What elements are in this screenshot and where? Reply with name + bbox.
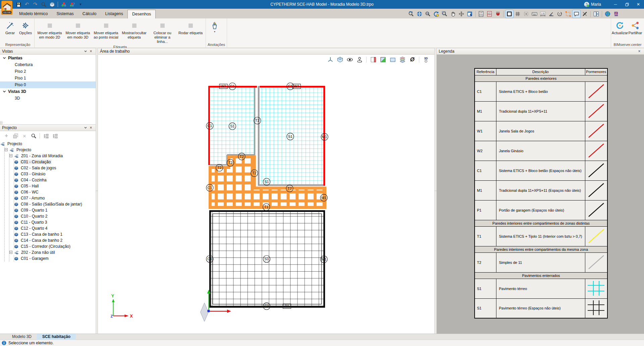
panel-splitter-vertical[interactable]: ⁞ — [96, 48, 98, 334]
tree-item-c05-hall[interactable]: C05 - Hall — [14, 183, 96, 189]
mostrar-ocultar-etiqueta-button[interactable]: Mostrar/ocultar etiqueta — [120, 19, 148, 44]
angle-button[interactable] — [547, 10, 555, 18]
undo-button[interactable]: ↶ — [23, 1, 31, 8]
snap-magnet-button[interactable] — [494, 10, 502, 18]
vistas-collapse-chevron-icon[interactable] — [83, 49, 88, 54]
tree-item-c11-quarto-3[interactable]: C11 - Quarto 3 — [14, 219, 96, 225]
vistas-close-icon[interactable]: × — [88, 49, 94, 54]
bimserver-web-button[interactable] — [604, 10, 611, 18]
view-3d-settings-button[interactable]: 3D — [422, 56, 430, 63]
arc-rotate-button[interactable] — [556, 10, 564, 18]
zoom-window-button[interactable] — [441, 10, 448, 18]
search-button[interactable] — [40, 1, 47, 8]
vistas-group-plantas[interactable]: Plantas — [0, 55, 96, 61]
tree-item-c07-arrumo[interactable]: C07 - Arrumo — [14, 195, 96, 201]
help-book-button[interactable]: @ — [612, 10, 620, 18]
app-logo-icon[interactable]: SCE-HAB — [1, 1, 12, 15]
zoom-previous-button[interactable] — [407, 10, 415, 18]
dxf-dwg-layers-button[interactable]: DXFDWG — [486, 10, 493, 18]
mover-etiqueta-em-modo-2d-button[interactable]: Mover etiqueta em modo 2D — [36, 19, 64, 44]
previous-window-button[interactable] — [466, 10, 474, 18]
legend-close-icon[interactable]: × — [637, 49, 642, 54]
tab-sistemas[interactable]: Sistemas — [52, 10, 78, 18]
background-toggle-button[interactable] — [505, 10, 513, 18]
dimensions-button[interactable]: 1.00 — [539, 10, 547, 18]
mover-etiqueta-ao-ponto-inicial-button[interactable]: Mover etiqueta ao ponto inicial — [92, 19, 120, 44]
doc-tab-sce-habita-o[interactable]: SCE habitação — [37, 334, 76, 340]
search-button[interactable] — [31, 133, 37, 139]
tree-item-z02-zona-n-o-til[interactable]: Z02 - Zona não útil — [9, 249, 96, 255]
pan-button[interactable] — [449, 10, 457, 18]
save-button[interactable] — [15, 1, 22, 8]
collapse-all-button[interactable] — [52, 133, 58, 139]
vistas-item-cobertura[interactable]: Cobertura — [0, 61, 96, 68]
close-button[interactable]: ✕ — [633, 0, 644, 9]
layers-button[interactable] — [399, 56, 406, 63]
vistas-group-vistas-3d[interactable]: Vistas 3D — [0, 88, 96, 95]
vistas-item-piso-1[interactable]: Piso 1 — [0, 75, 96, 81]
tree-item-c06-wc[interactable]: C06 - WC — [14, 189, 96, 195]
section-green-button[interactable] — [379, 56, 387, 63]
tab-c-lculo[interactable]: Cálculo — [78, 10, 101, 18]
tree-item-projecto[interactable]: Projecto — [5, 147, 96, 153]
window-layout-button[interactable] — [592, 10, 600, 18]
snap-points-button[interactable] — [522, 10, 530, 18]
colocar-ou-eliminar-a-linha--button[interactable]: Colocar ou eliminar a linha... — [148, 19, 176, 44]
vistas-item-piso-2[interactable]: Piso 2 — [0, 68, 96, 75]
redraw-button[interactable] — [432, 10, 440, 18]
iso-view-button[interactable] — [336, 56, 344, 63]
view-3d-button[interactable] — [48, 1, 56, 8]
selection-button[interactable] — [564, 10, 572, 18]
section-fill-button[interactable] — [370, 56, 377, 63]
plan-label-t2[interactable]: T2 — [254, 117, 261, 124]
edit-tools-button[interactable] — [581, 10, 589, 18]
actualizar-button[interactable]: Actualizar — [612, 19, 628, 42]
collapse-box-icon[interactable] — [5, 148, 8, 152]
zoom-x2-button[interactable]: ×2 — [424, 10, 432, 18]
rodar-etiqueta-button[interactable]: Rodar etiqueta — [176, 19, 205, 44]
tree-item-c12-quarto-4[interactable]: C12 - Quarto 4 — [14, 225, 96, 231]
turntable-button[interactable] — [356, 56, 363, 63]
vistas-item-piso-0[interactable]: Piso 0 — [0, 81, 96, 88]
user-account[interactable]: Maria — [584, 2, 601, 7]
grid-button[interactable] — [514, 10, 522, 18]
panel-splitter-horizontal[interactable]: ···· — [0, 121, 2, 124]
tree-item-c01-circula-o[interactable]: C01 - Circulação — [14, 159, 96, 165]
tree-item-c13-casa-de-banho-1[interactable]: C13 - Casa de banho 1 — [14, 231, 96, 237]
vistas-item-3d[interactable]: 3D — [0, 95, 96, 102]
tree-item-c09-quarto-1[interactable]: C09 - Quarto 1 — [14, 207, 96, 213]
partilhar-button[interactable]: Partilhar — [628, 19, 643, 42]
more-options-button[interactable]: ▼ — [77, 1, 84, 8]
delete-button[interactable]: × — [21, 133, 28, 139]
move-view-button[interactable] — [458, 10, 465, 18]
collapse-box-icon[interactable] — [9, 250, 12, 255]
tree-item-c15-corredor-circula-o-[interactable]: C15 - Corredor (Circulação) — [14, 243, 96, 249]
gerar-button[interactable]: Gerar — [2, 19, 18, 42]
dxf-dwg-template-button[interactable]: DXFDWG — [477, 10, 485, 18]
duplicate-button[interactable] — [12, 133, 18, 139]
tree-item-c14-casa-de-banho-2[interactable]: C14 - Casa de banho 2 — [14, 237, 96, 243]
restore-button[interactable] — [621, 0, 633, 9]
tree-item-c03-gin-sio[interactable]: C03 - Ginásio — [14, 171, 96, 177]
comments-button[interactable] — [573, 10, 580, 18]
tree-item-c08-sal-o-sal-o-sala-de-jantar-[interactable]: C08 - Salão (Salão/Sala de jantar) — [14, 201, 96, 207]
annotations-cup-button[interactable]: ▾ — [207, 19, 222, 42]
tab-desenhos[interactable]: Desenhos — [127, 10, 156, 18]
tree-item-c10-quarto-2[interactable]: C10 - Quarto 2 — [14, 213, 96, 219]
mover-etiqueta-em-modo-3d-button[interactable]: Mover etiqueta em modo 3D — [64, 19, 92, 44]
op-es-button[interactable]: Opções — [18, 19, 33, 42]
projecto-close-icon[interactable]: × — [88, 125, 94, 130]
minimize-button[interactable]: ─ — [610, 0, 621, 9]
projecto-collapse-chevron-icon[interactable] — [83, 125, 88, 130]
redo-button[interactable]: ↷ — [32, 1, 39, 8]
collapse-box-icon[interactable] — [9, 154, 12, 158]
section-dashed-button[interactable] — [389, 56, 396, 63]
tab-listagens[interactable]: Listagens — [101, 10, 128, 18]
expand-all-button[interactable] — [43, 133, 49, 139]
doc-tab-modelo-3d[interactable]: Modelo 3D — [7, 334, 37, 340]
add-button[interactable]: + — [3, 133, 9, 139]
drawing-canvas[interactable]: Y X Z W2C1C1W1C1S1T2S1M1T2T2T2T2C1S1T2M1… — [98, 65, 434, 334]
legend-splitter[interactable]: ⁞ — [434, 48, 437, 334]
config-arrows-button[interactable] — [68, 1, 76, 8]
hide-elements-button[interactable]: Ø — [409, 56, 416, 63]
